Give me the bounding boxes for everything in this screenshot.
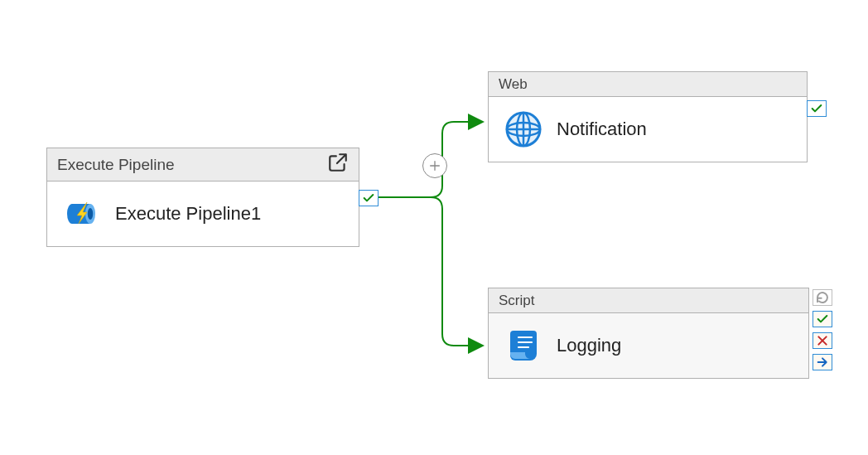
activity-header: Script [489, 288, 808, 313]
activity-type-label: Execute Pipeline [57, 156, 175, 174]
activity-name: Logging [557, 335, 621, 356]
activity-body: Logging [489, 313, 808, 378]
open-pipeline-icon[interactable] [327, 152, 349, 177]
activity-type-label: Script [499, 293, 534, 309]
svg-point-3 [88, 208, 93, 220]
activity-name: Notification [557, 119, 647, 140]
globe-icon [504, 109, 543, 149]
activity-name: Execute Pipeline1 [115, 203, 261, 225]
add-activity-button[interactable] [422, 153, 447, 178]
completion-handle[interactable] [813, 289, 832, 306]
activity-header: Execute Pipeline [47, 148, 359, 182]
skip-handle[interactable] [813, 354, 832, 370]
activity-execute-pipeline[interactable]: Execute Pipeline Execute Pipeline1 [46, 148, 359, 247]
failure-handle[interactable] [813, 332, 832, 349]
activity-body: Execute Pipeline1 [47, 182, 359, 246]
activity-web[interactable]: Web Notification [488, 71, 808, 162]
pipeline-canvas[interactable]: Execute Pipeline Execute Pipeline1 [0, 0, 868, 455]
success-handle[interactable] [813, 311, 832, 327]
activity-header: Web [489, 72, 807, 97]
activity-script[interactable]: Script Logging [488, 288, 809, 379]
script-icon [504, 326, 543, 365]
activity-type-label: Web [499, 76, 528, 93]
success-port[interactable] [359, 190, 379, 206]
success-port[interactable] [807, 100, 827, 117]
pipeline-icon [62, 194, 102, 234]
connector-execute-to-script[interactable] [376, 197, 481, 346]
branch-handles [813, 289, 832, 370]
activity-body: Notification [489, 97, 807, 162]
